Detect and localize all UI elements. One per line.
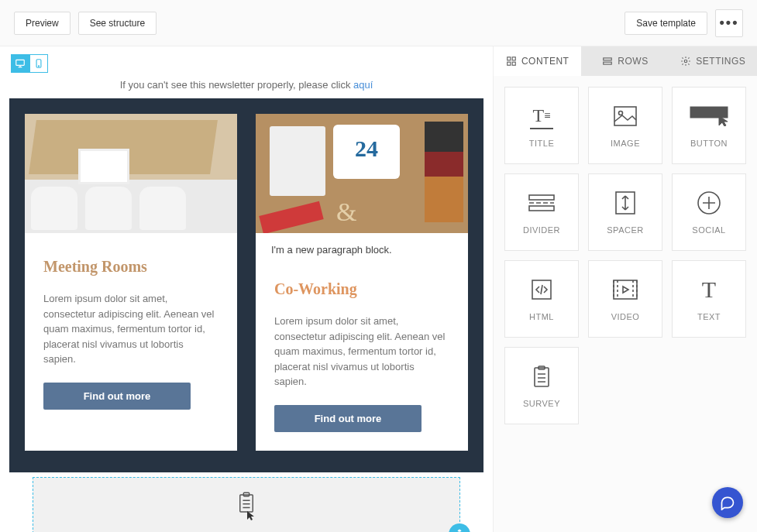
canvas-area: If you can't see this newsletter properl… bbox=[0, 46, 494, 532]
tile-social[interactable]: SOCIAL bbox=[672, 173, 746, 251]
rows-icon bbox=[602, 56, 613, 67]
spacer-icon bbox=[615, 190, 635, 216]
html-icon bbox=[532, 276, 552, 303]
svg-rect-10 bbox=[604, 62, 612, 64]
topbar: Preview See structure Save template ••• bbox=[0, 0, 757, 46]
move-handle[interactable] bbox=[449, 523, 470, 533]
tab-content[interactable]: CONTENT bbox=[494, 46, 581, 76]
mobile-icon bbox=[33, 58, 44, 69]
main: If you can't see this newsletter properl… bbox=[0, 46, 757, 532]
device-mobile-button[interactable] bbox=[29, 54, 48, 73]
tile-label: BUTTON bbox=[690, 139, 728, 148]
survey-drop-zone[interactable]: Include one of your surveys in your emai… bbox=[33, 477, 460, 533]
tile-survey[interactable]: SURVEY bbox=[504, 347, 579, 424]
svg-rect-15 bbox=[529, 195, 554, 200]
svg-rect-8 bbox=[512, 62, 515, 65]
view-online-prefix: If you can't see this newsletter properl… bbox=[120, 79, 353, 91]
svg-rect-21 bbox=[535, 368, 549, 386]
survey-icon bbox=[533, 363, 550, 390]
tile-label: TITLE bbox=[529, 139, 554, 148]
find-out-more-button[interactable]: Find out more bbox=[274, 405, 422, 432]
svg-rect-16 bbox=[529, 206, 554, 211]
topbar-right: Save template ••• bbox=[625, 9, 743, 37]
card-title[interactable]: Meeting Rooms bbox=[43, 258, 218, 276]
tab-label: CONTENT bbox=[521, 56, 569, 67]
canvas-scroll[interactable]: If you can't see this newsletter properl… bbox=[0, 73, 493, 532]
email-wrapper: Meeting Rooms Lorem ipsum dolor sit amet… bbox=[9, 98, 483, 472]
card-image[interactable]: & bbox=[256, 114, 468, 233]
svg-rect-5 bbox=[508, 57, 511, 60]
chat-icon bbox=[720, 495, 735, 510]
device-toggle bbox=[11, 54, 493, 73]
tile-label: IMAGE bbox=[611, 139, 640, 148]
help-fab[interactable] bbox=[712, 487, 743, 518]
tab-label: ROWS bbox=[618, 56, 648, 67]
tile-spacer[interactable]: SPACER bbox=[588, 173, 662, 251]
svg-rect-6 bbox=[512, 57, 515, 60]
card-title[interactable]: Co-Working bbox=[274, 280, 449, 298]
tile-label: DIVIDER bbox=[523, 225, 560, 235]
preview-button[interactable]: Preview bbox=[14, 12, 71, 35]
tile-button[interactable]: BUTTON bbox=[672, 87, 746, 164]
button-icon bbox=[690, 103, 728, 129]
cursor-icon bbox=[246, 510, 256, 524]
tile-text[interactable]: T TEXT bbox=[672, 260, 746, 338]
social-icon bbox=[697, 190, 721, 216]
move-icon bbox=[453, 528, 466, 533]
tile-label: SURVEY bbox=[523, 399, 560, 408]
svg-rect-0 bbox=[16, 60, 25, 65]
svg-rect-7 bbox=[508, 62, 511, 65]
image-icon bbox=[614, 103, 637, 129]
tile-label: SOCIAL bbox=[692, 225, 725, 235]
view-online-link[interactable]: aquí bbox=[353, 79, 373, 91]
video-icon bbox=[613, 276, 638, 303]
tab-rows[interactable]: ROWS bbox=[581, 46, 669, 76]
title-icon: T≡ bbox=[530, 103, 554, 129]
tile-html[interactable]: HTML bbox=[504, 260, 579, 338]
content-tiles: T≡ TITLE IMAGE BUTTON DIVIDER SPACER bbox=[494, 76, 757, 435]
svg-point-2 bbox=[38, 66, 39, 67]
tile-divider[interactable]: DIVIDER bbox=[504, 173, 579, 251]
tile-video[interactable]: VIDEO bbox=[588, 260, 662, 338]
tile-label: VIDEO bbox=[611, 312, 640, 321]
tile-image[interactable]: IMAGE bbox=[588, 87, 662, 164]
panel-tabs: CONTENT ROWS SETTINGS bbox=[494, 46, 757, 76]
svg-rect-9 bbox=[604, 58, 612, 60]
tile-title[interactable]: T≡ TITLE bbox=[504, 87, 579, 164]
tile-label: SPACER bbox=[607, 225, 643, 235]
tile-label: TEXT bbox=[697, 312, 721, 321]
divider-icon bbox=[528, 190, 555, 216]
save-template-button[interactable]: Save template bbox=[625, 12, 707, 35]
content-card[interactable]: & I'm a new paragraph block. Co-Working … bbox=[256, 114, 468, 451]
grid-icon bbox=[506, 56, 517, 67]
tile-label: HTML bbox=[529, 312, 554, 321]
card-text[interactable]: Lorem ipsum dolor sit amet, consectetur … bbox=[274, 314, 449, 390]
card-paragraph[interactable]: I'm a new paragraph block. bbox=[256, 233, 468, 256]
device-desktop-button[interactable] bbox=[11, 54, 29, 73]
card-body: Co-Working Lorem ipsum dolor sit amet, c… bbox=[256, 256, 468, 405]
view-online-text: If you can't see this newsletter properl… bbox=[9, 73, 483, 98]
card-text[interactable]: Lorem ipsum dolor sit amet, consectetur … bbox=[43, 291, 218, 367]
desktop-icon bbox=[15, 58, 26, 69]
topbar-left: Preview See structure bbox=[14, 12, 157, 35]
content-card[interactable]: Meeting Rooms Lorem ipsum dolor sit amet… bbox=[25, 114, 237, 451]
more-menu-button[interactable]: ••• bbox=[715, 9, 743, 37]
svg-point-13 bbox=[619, 112, 623, 115]
see-structure-button[interactable]: See structure bbox=[78, 12, 157, 35]
tab-settings[interactable]: SETTINGS bbox=[669, 46, 757, 76]
card-image[interactable] bbox=[25, 114, 237, 233]
card-body: Meeting Rooms Lorem ipsum dolor sit amet… bbox=[25, 233, 237, 383]
text-icon: T bbox=[702, 276, 716, 303]
find-out-more-button[interactable]: Find out more bbox=[43, 383, 191, 410]
more-icon: ••• bbox=[720, 15, 739, 31]
svg-rect-14 bbox=[690, 107, 728, 118]
tab-label: SETTINGS bbox=[696, 56, 745, 67]
settings-icon bbox=[680, 56, 691, 67]
right-panel: CONTENT ROWS SETTINGS T≡ TITLE IMAGE bbox=[494, 46, 757, 532]
svg-point-11 bbox=[685, 60, 688, 63]
svg-rect-3 bbox=[240, 494, 253, 511]
